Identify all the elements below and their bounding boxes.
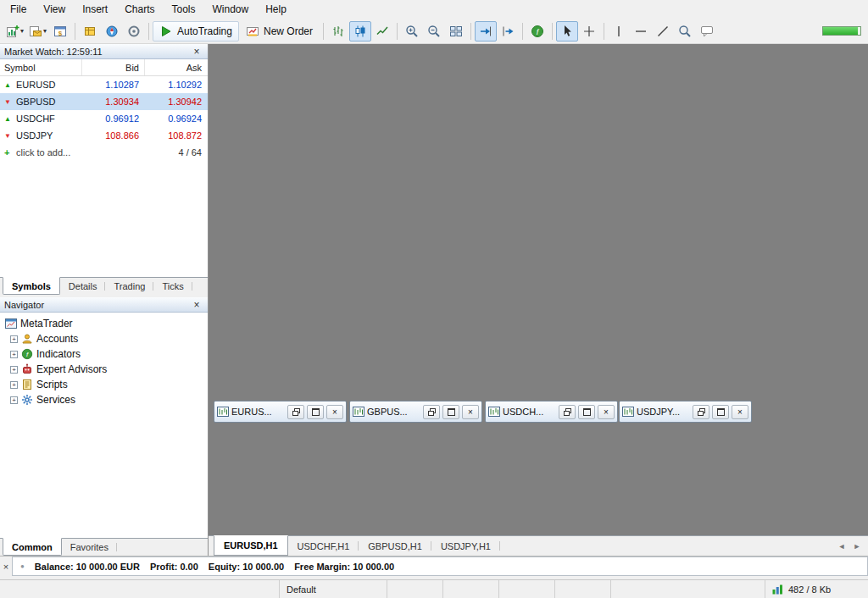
navigator-toggle-button[interactable]: [101, 21, 123, 42]
auto-scroll-button[interactable]: [475, 21, 497, 42]
left-panels: Market Watch: 12:59:11 × Symbol Bid Ask …: [0, 44, 209, 556]
toolbar-separator: [522, 23, 523, 40]
tab-common[interactable]: Common: [3, 538, 62, 556]
expand-icon[interactable]: +: [10, 396, 18, 404]
toolbox-close-button[interactable]: ×: [0, 556, 12, 576]
profile-name: Default: [287, 584, 316, 595]
expand-icon[interactable]: +: [10, 366, 18, 374]
navigator-title: Navigator: [4, 300, 190, 310]
chart-window-usdchf[interactable]: USDCH... ×: [485, 401, 618, 423]
chart-window-usdjpy[interactable]: USDJPY... ×: [619, 401, 752, 423]
autotrading-button[interactable]: AutoTrading: [153, 21, 239, 42]
chart-tab-gbpusd-h1[interactable]: GBPUSD,H1: [359, 536, 431, 556]
symbol-cell: ▼GBPUSD: [0, 93, 81, 110]
market-watch-row-gbpusd[interactable]: ▼GBPUSD 1.30934 1.30942: [0, 93, 208, 110]
menu-help[interactable]: Help: [257, 1, 295, 18]
market-watch-row-usdjpy[interactable]: ▼USDJPY 108.866 108.872: [0, 127, 208, 144]
navigator-close-button[interactable]: ×: [190, 298, 203, 312]
tree-item-label: Scripts: [36, 379, 68, 390]
trendline-button[interactable]: [652, 21, 674, 42]
tree-item-scripts[interactable]: + Scripts: [0, 377, 208, 392]
magnifier-button[interactable]: [674, 21, 696, 42]
market-watch-titlebar[interactable]: Market Watch: 12:59:11 ×: [0, 44, 208, 59]
menu-file[interactable]: File: [2, 1, 35, 18]
tree-item-services[interactable]: + Services: [0, 392, 208, 407]
indicators-button[interactable]: f: [526, 21, 548, 42]
chart-tab-usdjpy-h1[interactable]: USDJPY,H1: [431, 536, 500, 556]
new-order-icon: [246, 25, 259, 38]
cursor-button[interactable]: [556, 21, 578, 42]
scripts-icon: [21, 379, 33, 390]
expand-icon[interactable]: +: [10, 351, 18, 358]
bar-chart-button[interactable]: [327, 21, 349, 42]
comment-button[interactable]: [696, 21, 718, 42]
maximize-button[interactable]: [578, 405, 595, 419]
restore-button[interactable]: [559, 405, 576, 419]
toolbox-strip: × ● Balance: 10 000.00 EUR Profit: 0.00 …: [0, 556, 868, 576]
zoom-out-button[interactable]: [423, 21, 445, 42]
chart-window-gbpusd[interactable]: GBPUS... ×: [349, 401, 482, 423]
close-button[interactable]: ×: [326, 405, 343, 419]
maximize-icon: [717, 408, 725, 416]
column-symbol[interactable]: Symbol: [0, 59, 81, 75]
expand-icon[interactable]: +: [10, 335, 18, 343]
crosshair-button[interactable]: [578, 21, 600, 42]
tree-item-expert-advisors[interactable]: + Expert Advisors: [0, 362, 208, 377]
chart-window-eurusd[interactable]: EURUS... ×: [214, 401, 347, 423]
close-button[interactable]: ×: [462, 405, 479, 419]
tab-ticks[interactable]: Ticks: [153, 278, 192, 295]
tree-item-indicators[interactable]: + f Indicators: [0, 346, 208, 362]
tree-item-metatrader[interactable]: MetaTrader: [0, 316, 208, 331]
chart-icon: [488, 407, 500, 417]
line-chart-button[interactable]: [371, 21, 393, 42]
tab-trading[interactable]: Trading: [105, 278, 153, 295]
maximize-button[interactable]: [307, 405, 324, 419]
navigator-titlebar[interactable]: Navigator ×: [0, 297, 208, 313]
restore-icon: [292, 408, 300, 416]
chart-shift-button[interactable]: [497, 21, 519, 42]
toolbox-toggle-button[interactable]: [123, 21, 145, 42]
column-ask[interactable]: Ask: [144, 59, 207, 75]
ask-value: 108.872: [144, 127, 207, 144]
tree-item-accounts[interactable]: + Accounts: [0, 331, 208, 346]
maximize-button[interactable]: [442, 405, 459, 419]
menu-tools[interactable]: Tools: [164, 1, 204, 18]
tab-favorites[interactable]: Favorites: [62, 539, 117, 556]
tree-item-label: Indicators: [36, 348, 81, 360]
tab-details[interactable]: Details: [60, 278, 106, 295]
tab-scroll-left-button[interactable]: ◄: [835, 542, 849, 551]
menu-view[interactable]: View: [35, 1, 74, 18]
market-watch-toggle-button[interactable]: $: [49, 21, 71, 42]
restore-button[interactable]: [423, 405, 440, 419]
expand-icon[interactable]: +: [10, 381, 18, 389]
new-order-button[interactable]: New Order: [239, 21, 320, 42]
close-button[interactable]: ×: [732, 405, 748, 419]
column-bid[interactable]: Bid: [81, 59, 144, 75]
market-watch-row-usdchf[interactable]: ▲USDCHF 0.96912 0.96924: [0, 110, 208, 127]
tile-windows-button[interactable]: [445, 21, 467, 42]
market-watch-close-button[interactable]: ×: [190, 45, 203, 58]
profiles-button[interactable]: ▾: [26, 21, 49, 42]
tab-symbols[interactable]: Symbols: [3, 277, 60, 295]
maximize-button[interactable]: [712, 405, 729, 419]
close-button[interactable]: ×: [598, 405, 615, 419]
horizontal-line-button[interactable]: [630, 21, 652, 42]
market-watch-add-row[interactable]: +click to add... 4 / 64: [0, 144, 208, 161]
new-chart-button[interactable]: ▾: [3, 21, 26, 42]
symbol-name: USDJPY: [16, 130, 53, 141]
data-window-button[interactable]: [79, 21, 101, 42]
profile-selector[interactable]: Default: [280, 580, 387, 598]
market-watch-row-eurusd[interactable]: ▲EURUSD 1.10287 1.10292: [0, 76, 208, 93]
menu-insert[interactable]: Insert: [74, 1, 116, 18]
restore-button[interactable]: [287, 405, 304, 419]
chart-tab-eurusd-h1[interactable]: EURUSD,H1: [214, 535, 288, 556]
vertical-line-button[interactable]: [608, 21, 630, 42]
candlestick-chart-button[interactable]: [349, 21, 371, 42]
menu-charts[interactable]: Charts: [116, 1, 163, 18]
zoom-in-button[interactable]: [401, 21, 423, 42]
chart-tab-usdchf-h1[interactable]: USDCHF,H1: [288, 536, 359, 556]
ask-value: 0.96924: [144, 110, 207, 127]
restore-button[interactable]: [693, 405, 709, 419]
tab-scroll-right-button[interactable]: ►: [850, 542, 864, 551]
menu-window[interactable]: Window: [204, 1, 258, 18]
